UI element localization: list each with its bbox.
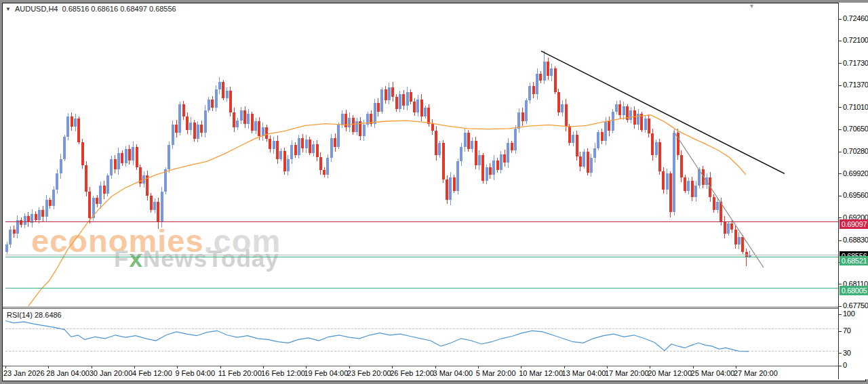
- candle: [507, 143, 509, 163]
- candle: [629, 110, 632, 120]
- candle: [623, 106, 625, 115]
- candle: [539, 74, 542, 81]
- candle: [435, 131, 437, 155]
- candle: [702, 169, 705, 185]
- candle: [153, 202, 156, 211]
- pane-separator[interactable]: [3, 308, 838, 309]
- time-axis-label: 23 Jan 2026: [3, 369, 45, 377]
- candle: [576, 135, 578, 156]
- candle: [572, 135, 574, 144]
- candle: [478, 155, 481, 165]
- main-chart-pane[interactable]: [0, 0, 838, 384]
- candle: [467, 133, 470, 149]
- candle: [243, 110, 246, 124]
- candle: [45, 200, 48, 217]
- candle: [536, 74, 538, 95]
- candle: [222, 82, 224, 98]
- candle: [240, 110, 243, 121]
- candle: [200, 125, 203, 133]
- price-axis-label: 0.69920: [843, 169, 868, 177]
- candle: [662, 171, 665, 190]
- candle: [121, 153, 123, 163]
- candle: [211, 100, 214, 108]
- candle: [730, 223, 733, 230]
- candle: [492, 161, 495, 175]
- time-axis-label: 25 Mar 04:00: [691, 369, 735, 377]
- candle: [103, 186, 106, 194]
- candle: [352, 118, 355, 133]
- support-line[interactable]: [5, 257, 838, 257]
- price-axis[interactable]: 0.724600.721000.717300.713700.710100.706…: [838, 3, 868, 379]
- time-axis-tick: [650, 366, 650, 368]
- candle: [370, 114, 372, 123]
- candle: [38, 210, 41, 219]
- candle: [691, 181, 694, 196]
- chart-title: ▼ AUDUSD,H4 0.68516 0.68616 0.68497 0.68…: [5, 5, 176, 13]
- candle: [593, 148, 596, 158]
- candle: [406, 92, 409, 106]
- candle: [673, 133, 675, 212]
- candle: [521, 112, 524, 121]
- candle: [583, 152, 585, 167]
- resistance-line[interactable]: [5, 221, 838, 222]
- time-axis-tick: [392, 366, 393, 368]
- time-axis-tick: [607, 366, 608, 368]
- candle: [687, 181, 690, 190]
- candle: [543, 62, 546, 81]
- rsi-axis-label: 30: [843, 349, 851, 357]
- price-axis-label: 0.70280: [843, 147, 868, 155]
- candle: [565, 104, 568, 126]
- candle: [283, 151, 286, 171]
- symbol-dropdown-icon[interactable]: ▼: [5, 6, 11, 12]
- price-axis-label: 0.70650: [843, 125, 868, 133]
- candle: [279, 151, 282, 159]
- candle: [525, 100, 528, 121]
- candle: [326, 158, 329, 175]
- candle: [193, 123, 196, 139]
- candle: [13, 230, 16, 233]
- candle: [117, 153, 120, 169]
- candle: [319, 157, 322, 170]
- candle: [49, 200, 52, 206]
- price-axis-tick: [839, 19, 842, 20]
- candle: [125, 149, 127, 163]
- time-axis-label: 11 Feb 20:00: [218, 369, 262, 377]
- candle: [269, 139, 271, 149]
- candle: [618, 104, 621, 115]
- candle: [254, 121, 257, 131]
- candle: [150, 196, 153, 211]
- price-axis-label: 0.71370: [843, 81, 868, 89]
- candle: [503, 154, 506, 163]
- time-axis[interactable]: 23 Jan 202628 Jan 04:0030 Jan 20:004 Feb…: [3, 366, 838, 379]
- candle: [489, 167, 492, 175]
- chart-shift-marker-icon[interactable]: ▼: [749, 3, 755, 9]
- candle: [413, 102, 416, 112]
- ohlc-values: 0.68516 0.68616 0.68497 0.68556: [62, 5, 176, 13]
- rsi-axis-label: 70: [843, 326, 851, 335]
- chart-window: ▼ AUDUSD,H4 0.68516 0.68616 0.68497 0.68…: [0, 0, 868, 384]
- candle: [471, 141, 473, 150]
- candle: [359, 121, 361, 136]
- candle: [20, 220, 22, 225]
- candle: [716, 202, 719, 211]
- time-axis-tick: [693, 366, 694, 368]
- candle: [366, 114, 369, 125]
- candle: [727, 223, 730, 233]
- support-line[interactable]: [5, 288, 838, 289]
- candle: [597, 132, 599, 148]
- candle: [416, 100, 419, 113]
- candle: [330, 138, 333, 158]
- candle: [348, 118, 351, 127]
- candle: [608, 121, 610, 131]
- candle: [658, 142, 661, 171]
- pane-separator[interactable]: [3, 307, 838, 307]
- rsi-current-value: 28.6486: [35, 311, 62, 319]
- candle: [442, 143, 445, 179]
- price-axis-label: 0.67750: [843, 301, 868, 310]
- candle: [374, 103, 376, 124]
- candle: [741, 237, 744, 252]
- candle: [139, 167, 142, 183]
- candle: [388, 87, 391, 101]
- candle: [677, 133, 679, 155]
- candle: [420, 100, 423, 116]
